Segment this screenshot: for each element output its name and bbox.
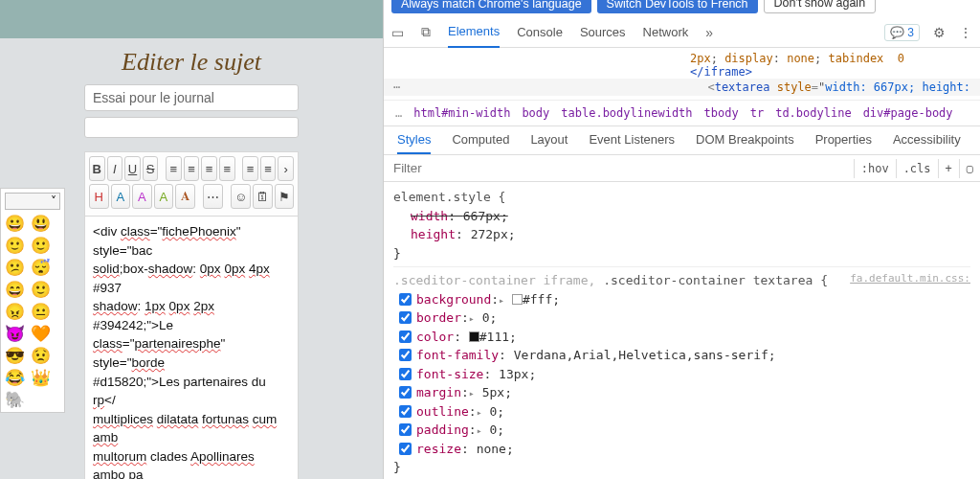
tab-computed[interactable]: Computed [452,132,509,154]
inspect-icon[interactable]: ▭ [391,25,404,40]
emoji-slight[interactable]: 🙂 [31,238,51,254]
emoji-sleep[interactable]: 😴 [31,260,51,276]
emoji-panel: ˅ 😀 😃 🙂 🙂 😕 😴 😄 🙂 😠 😐 😈 🧡 😎 😟 😂 👑 🐘 [0,188,65,413]
issues-badge[interactable]: 💬 3 [884,24,920,41]
emoji-smile2[interactable]: 🙂 [31,282,51,298]
hov-button[interactable]: :hov [854,159,896,178]
cls-button[interactable]: .cls [896,159,938,178]
source-link[interactable]: fa.default.min.css: [850,271,970,287]
css-rules[interactable]: element.style { width: 667px; height: 27… [384,182,980,479]
emoji-king[interactable]: 👑 [31,370,51,386]
remove-format-button[interactable]: H [89,184,109,209]
devtools-panel: Always match Chrome's language Switch De… [383,0,980,479]
emoji-category-select[interactable]: ˅ [5,193,60,210]
align-right-button[interactable]: ≡ [201,156,217,181]
more-tabs-icon[interactable]: » [705,25,713,40]
font-family-button[interactable]: A [154,184,174,209]
tab-elements[interactable]: Elements [448,17,500,48]
secondary-input[interactable] [84,117,299,138]
emoji-button[interactable]: ☺ [231,184,251,209]
list-button[interactable]: ≡ [242,156,258,181]
tab-sources[interactable]: Sources [580,25,626,39]
prop-checkbox[interactable] [399,331,412,343]
align-center-button[interactable]: ≡ [184,156,200,181]
tab-network[interactable]: Network [643,25,689,39]
subject-input[interactable]: Essai pour le journal [84,84,299,111]
page-title: Editer le sujet [0,48,383,77]
tab-layout[interactable]: Layout [530,132,568,154]
emoji-elephant[interactable]: 🐘 [5,392,25,408]
quote-button[interactable]: › [278,156,294,181]
styles-filter-input[interactable] [384,157,854,179]
date-button[interactable]: 🗓 [253,184,273,209]
emoji-grin[interactable]: 😃 [31,216,51,232]
device-icon[interactable]: ⧉ [421,24,431,40]
prop-checkbox[interactable] [399,293,412,306]
bold-button[interactable]: B [89,156,105,181]
tab-dom-breakpoints[interactable]: DOM Breakpoints [696,132,794,154]
italic-button[interactable]: I [107,156,123,181]
lang-switch-button[interactable]: Switch DevTools to French [597,0,758,13]
emoji-worried[interactable]: 😟 [31,348,51,364]
tab-styles[interactable]: Styles [397,132,431,154]
tab-properties[interactable]: Properties [815,132,872,154]
emoji-confused[interactable]: 😕 [5,260,25,276]
editor-toolbar: B I U S ≡ ≡ ≡ ≡ ≡ ≡ › H A A A 𝐀 ⋯ ☺ 🗓 ⚑ [84,151,299,217]
prop-checkbox[interactable] [399,311,412,324]
font-color-button[interactable]: A [111,184,131,209]
underline-button[interactable]: U [124,156,141,181]
text-color-button[interactable]: 𝐀 [175,184,195,209]
emoji-lol[interactable]: 😂 [5,370,25,386]
flag-button[interactable]: ⚑ [275,184,295,209]
emoji-cool[interactable]: 😎 [5,348,25,364]
prop-checkbox[interactable] [399,405,412,418]
prop-checkbox[interactable] [399,349,412,361]
lang-match-button[interactable]: Always match Chrome's language [391,0,591,13]
prop-checkbox[interactable] [399,368,412,380]
dom-breadcrumb[interactable]: … html#min-width body table.bodylinewidt… [384,101,980,126]
tab-event-listeners[interactable]: Event Listeners [589,132,675,154]
align-justify-button[interactable]: ≡ [219,156,235,181]
add-rule-button[interactable]: + [938,159,959,178]
tab-accessibility[interactable]: Accessibility [893,132,961,154]
editor-textarea[interactable]: <div class="fichePhoenix" style="bac sol… [84,217,299,479]
prop-checkbox[interactable] [399,443,412,455]
emoji-happy[interactable]: 🙂 [5,238,25,254]
ordered-list-button[interactable]: ≡ [260,156,277,181]
prop-checkbox[interactable] [399,423,412,436]
emoji-laugh[interactable]: 😄 [5,282,25,298]
gear-icon[interactable]: ⚙ [933,25,946,40]
font-size-button[interactable]: A [132,184,152,209]
kebab-icon[interactable]: ⋮ [959,25,972,40]
more-button[interactable]: ⋯ [203,184,223,209]
emoji-smile[interactable]: 😀 [5,216,25,232]
prop-checkbox[interactable] [399,386,412,399]
dont-show-button[interactable]: Don't show again [764,0,877,13]
strike-button[interactable]: S [143,156,159,181]
dom-tree[interactable]: 2px; display: none; tabindex 0 </iframe>… [384,48,980,101]
emoji-heart[interactable]: 🧡 [31,326,51,342]
emoji-angry[interactable]: 😠 [5,304,25,320]
tab-console[interactable]: Console [517,25,563,39]
emoji-devil[interactable]: 😈 [5,326,25,342]
emoji-neutral[interactable]: 😐 [31,304,51,320]
align-left-button[interactable]: ≡ [166,156,182,181]
panel-layout-icon[interactable]: ▢ [959,159,980,178]
